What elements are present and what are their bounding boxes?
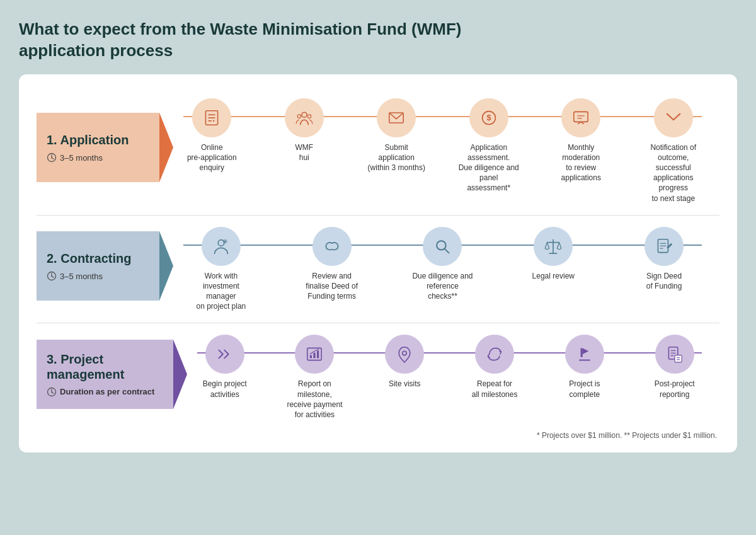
step-label-app-assessment: Applicationassessment.Due diligence andp… (457, 142, 520, 193)
label-sec2: 2. Contracting 3–5 months (37, 231, 159, 301)
step-label-wmf-hui: WMFhui (295, 142, 313, 163)
clock-icon (47, 387, 57, 397)
step-label-investment-mgr: Work withinvestment manageron project pl… (190, 271, 253, 312)
step-circle-site-visits (385, 335, 424, 374)
svg-line-35 (52, 392, 54, 393)
svg-text:$: $ (486, 113, 491, 122)
step-report-milestone: Report on milestone,receive paymentfor a… (270, 335, 360, 420)
step-label-begin-project: Begin projectactivities (203, 379, 247, 399)
label-sec3: 3. Projectmanagement Duration as per con… (37, 340, 173, 409)
section-divider (37, 323, 719, 323)
step-circle-sign-deed (644, 227, 684, 266)
step-circle-deed-review (312, 227, 352, 266)
svg-line-2 (52, 158, 54, 159)
svg-point-10 (307, 114, 311, 118)
footnote: * Projects over $1 million. ** Projects … (37, 431, 719, 440)
step-circle-project-complete (565, 335, 604, 374)
duration-sec1: 3–5 months (47, 152, 140, 163)
step-notification: Notification ofoutcome, successfulapplic… (627, 98, 720, 204)
section-sec3: 3. Projectmanagement Duration as per con… (37, 328, 719, 420)
duration-sec2: 3–5 months (47, 271, 140, 281)
step-begin-project: Begin projectactivities (180, 335, 270, 399)
section-title-sec2: 2. Contracting (47, 251, 140, 266)
svg-point-7 (213, 120, 214, 121)
clock-icon (47, 152, 57, 163)
step-label-submit-app: Submitapplication(within 3 months) (368, 142, 425, 173)
step-label-project-complete: Project iscomplete (569, 379, 600, 399)
section-title-sec1: 1. Application (47, 132, 140, 147)
section-sec2: 2. Contracting 3–5 months Work withinves… (37, 221, 719, 312)
section-title-sec3: 3. Projectmanagement (47, 352, 154, 382)
steps-sec1: Onlinepre-applicationenquiry WMFhui Subm… (166, 92, 719, 204)
step-label-site-visits: Site visits (389, 379, 421, 389)
step-circle-due-diligence (423, 227, 462, 266)
step-circle-wmf-hui (285, 98, 324, 137)
svg-point-8 (302, 112, 307, 117)
step-due-diligence: Due diligence andreference checks** (387, 227, 498, 302)
step-circle-investment-mgr (202, 227, 241, 266)
step-app-assessment: $ Applicationassessment.Due diligence an… (443, 98, 536, 193)
step-circle-repeat-milestones (475, 335, 514, 374)
svg-line-19 (52, 277, 54, 278)
step-label-legal-review: Legal review (532, 271, 575, 281)
svg-point-9 (297, 114, 301, 118)
step-monthly-mod: Monthlymoderationto reviewapplications (535, 98, 627, 183)
steps-sec3: Begin projectactivities Report on milest… (180, 328, 719, 420)
step-deed-review: Review andfinalise Deed ofFunding terms (277, 227, 387, 302)
svg-rect-41 (580, 348, 582, 357)
main-card: 1. Application 3–5 months Onlinepre-appl… (19, 74, 737, 453)
step-circle-notification (654, 98, 693, 137)
step-site-visits: Site visits (360, 335, 450, 389)
step-wmf-hui: WMFhui (258, 98, 351, 163)
step-label-monthly-mod: Monthlymoderationto reviewapplications (561, 142, 601, 183)
svg-line-25 (445, 248, 449, 253)
step-submit-app: Submitapplication(within 3 months) (350, 98, 443, 173)
step-circle-app-assessment: $ (469, 98, 508, 137)
svg-rect-39 (317, 351, 319, 359)
label-sec1: 1. Application 3–5 months (37, 113, 159, 182)
step-post-reporting: Post-projectreporting (629, 335, 719, 399)
step-label-report-milestone: Report on milestone,receive paymentfor a… (283, 379, 346, 420)
step-circle-report-milestone (295, 335, 334, 374)
clock-icon (47, 271, 57, 281)
step-label-due-diligence: Due diligence andreference checks** (411, 271, 474, 302)
step-investment-mgr: Work withinvestment manageron project pl… (166, 227, 277, 312)
step-circle-begin-project (205, 335, 244, 374)
step-legal-review: Legal review (498, 227, 609, 281)
step-circle-submit-app (377, 98, 416, 137)
step-circle-monthly-mod (561, 98, 600, 137)
step-label-post-reporting: Post-projectreporting (655, 379, 695, 399)
step-label-notification: Notification ofoutcome, successfulapplic… (642, 142, 705, 204)
svg-rect-47 (675, 355, 682, 362)
step-circle-legal-review (534, 227, 573, 266)
svg-rect-37 (310, 355, 312, 359)
svg-point-40 (403, 352, 406, 355)
step-label-deed-review: Review andfinalise Deed ofFunding terms (306, 271, 358, 302)
section-sec1: 1. Application 3–5 months Onlinepre-appl… (37, 92, 719, 204)
step-label-online-enquiry: Onlinepre-applicationenquiry (187, 142, 237, 173)
step-circle-post-reporting (655, 335, 694, 374)
step-repeat-milestones: Repeat forall milestones (450, 335, 540, 399)
step-circle-online-enquiry (192, 98, 231, 137)
section-divider (37, 215, 719, 216)
page-title: What to expect from the Waste Minimisati… (19, 19, 737, 62)
svg-rect-14 (574, 112, 588, 122)
step-project-complete: Project iscomplete (539, 335, 629, 399)
step-sign-deed: Sign Deedof Funding (609, 227, 719, 291)
step-label-sign-deed: Sign Deedof Funding (646, 271, 682, 291)
duration-sec3: Duration as per contract (47, 387, 154, 397)
steps-sec2: Work withinvestment manageron project pl… (166, 221, 719, 312)
step-online-enquiry: Onlinepre-applicationenquiry (166, 98, 258, 173)
svg-rect-38 (314, 353, 316, 359)
step-label-repeat-milestones: Repeat forall milestones (472, 379, 518, 399)
